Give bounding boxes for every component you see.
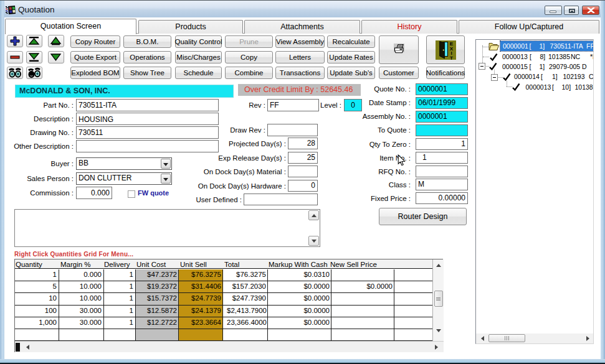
svg-text:T: T bbox=[450, 55, 453, 60]
